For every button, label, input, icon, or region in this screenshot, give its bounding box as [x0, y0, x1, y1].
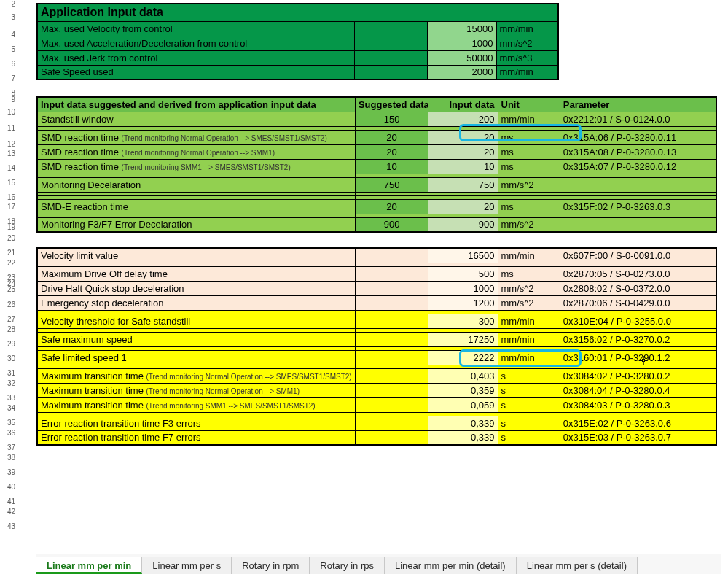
smd3-inp[interactable]: 10: [428, 159, 498, 174]
monf3f7-sug: 900: [355, 217, 428, 232]
monf3f7-par: [560, 217, 716, 232]
app-jerk-value[interactable]: 50000: [427, 50, 496, 65]
application-input-title: Application Input data: [37, 4, 558, 21]
standstill-unit: mm/min: [498, 112, 560, 126]
monf3f7-inp[interactable]: 900: [428, 217, 498, 232]
mondecel-unit: mm/s^2: [498, 177, 560, 192]
app-velocity-value[interactable]: 15000: [427, 21, 496, 36]
cursor-icon: [638, 355, 649, 365]
mondecel-inp[interactable]: 750: [428, 177, 498, 192]
app-safespeed-label: Safe Speed used: [37, 65, 354, 79]
app-safespeed-unit: mm/min: [496, 65, 558, 79]
errf3-val[interactable]: 0,339: [428, 416, 498, 430]
safemax-unit: mm/min: [498, 332, 560, 346]
tab-rotary-rpm[interactable]: Rotary in rpm: [232, 557, 310, 574]
app-velocity-unit: mm/min: [496, 21, 558, 36]
smd2-inp[interactable]: 20: [428, 144, 498, 159]
errf7-label: Error reaction transition time F7 errors: [37, 430, 355, 445]
smd3-label: SMD reaction time (Trend monitoring SMM1…: [37, 159, 355, 174]
errf3-label: Error reaction transition time F3 errors: [37, 416, 355, 430]
derived-header-title: Input data suggested and derived from ap…: [37, 97, 355, 112]
smd1-inp[interactable]: 20: [428, 130, 498, 144]
smd1-sug: 20: [355, 130, 428, 144]
vellimit-val[interactable]: 16500: [428, 248, 498, 263]
smd2-label: SMD reaction time (Trend monitoring Norm…: [37, 144, 355, 159]
errf7-val[interactable]: 0,339: [428, 430, 498, 445]
maxoff-par: 0x2870:05 / S-0-0273.0.0: [560, 266, 716, 281]
maxoff-unit: ms: [498, 266, 560, 281]
smd2-unit: ms: [498, 144, 560, 159]
tab-linear-mm-per-min[interactable]: Linear mm per min: [36, 557, 142, 574]
mtt1-label: Maximum transition time (Trend monitorin…: [37, 368, 355, 383]
application-input-table: Application Input data Max. used Velocit…: [36, 3, 559, 80]
vellimit-label: Velocity limit value: [37, 248, 355, 263]
smd3-sug: 10: [355, 159, 428, 174]
safemax-label: Safe maximum speed: [37, 332, 355, 346]
mondecel-par: [560, 177, 716, 192]
tab-linear-mm-per-min-detail[interactable]: Linear mm per min (detail): [385, 557, 517, 574]
derived-header-unit: Unit: [498, 97, 560, 112]
velthresh-val[interactable]: 300: [428, 314, 498, 328]
mtt3-unit: s: [498, 397, 560, 412]
smde-inp[interactable]: 20: [428, 199, 498, 214]
svg-rect-0: [642, 359, 644, 361]
smde-label: SMD-E reaction time: [37, 199, 355, 214]
velthresh-label: Velocity threshold for Safe standstill: [37, 314, 355, 328]
app-accel-value[interactable]: 1000: [427, 36, 496, 50]
haltqs-val[interactable]: 1000: [428, 281, 498, 295]
maxoff-label: Maximum Drive Off delay time: [37, 266, 355, 281]
vellimit-par: 0x607F:00 / S-0-0091.0.0: [560, 248, 716, 263]
errf3-unit: s: [498, 416, 560, 430]
mtt2-unit: s: [498, 383, 560, 397]
app-safespeed-value[interactable]: 2000: [427, 65, 496, 79]
velthresh-par: 0x310E:04 / P-0-3255.0.0: [560, 314, 716, 328]
mtt3-label: Maximum transition time (Trend monitorin…: [37, 397, 355, 412]
haltqs-par: 0x2808:02 / S-0-0372.0.0: [560, 281, 716, 295]
mtt1-val[interactable]: 0,403: [428, 368, 498, 383]
standstill-inp[interactable]: 200: [428, 112, 498, 126]
app-velocity-label: Max. used Velocity from control: [37, 21, 354, 36]
errf7-unit: s: [498, 430, 560, 445]
smde-sug: 20: [355, 199, 428, 214]
mondecel-sug: 750: [355, 177, 428, 192]
app-jerk-label: Max. used Jerk from control: [37, 50, 354, 65]
smd3-unit: ms: [498, 159, 560, 174]
errf3-par: 0x315E:02 / P-0-3263.0.6: [560, 416, 716, 430]
smd1-unit: ms: [498, 130, 560, 144]
mtt2-val[interactable]: 0,359: [428, 383, 498, 397]
spreadsheet-viewport: 2 3 4 5 6 7 8 9 10 11 12 13 14 15 16 17 …: [0, 0, 728, 574]
sheet-tabs: Linear mm per min Linear mm per s Rotary…: [36, 554, 721, 574]
tab-rotary-rps[interactable]: Rotary in rps: [310, 557, 385, 574]
mtt3-val[interactable]: 0,059: [428, 397, 498, 412]
derived-header-inp: Input data: [428, 97, 498, 112]
monf3f7-unit: mm/s^2: [498, 217, 560, 232]
standstill-sug: 150: [355, 112, 428, 126]
emstop-val[interactable]: 1200: [428, 295, 498, 310]
mtt1-par: 0x3084:02 / P-0-3280.0.2: [560, 368, 716, 383]
safemax-val[interactable]: 17250: [428, 332, 498, 346]
mondecel-label: Monitoring Decelaration: [37, 177, 355, 192]
smde-unit: ms: [498, 199, 560, 214]
mtt2-label: Maximum transition time (Trend monitorin…: [37, 383, 355, 397]
derived-table: Input data suggested and derived from ap…: [36, 96, 717, 446]
sheet-content: Application Input data Max. used Velocit…: [36, 3, 717, 446]
derived-header-par: Parameter: [560, 97, 716, 112]
tab-linear-mm-per-s-detail[interactable]: Linear mm per s (detail): [517, 557, 638, 574]
safelim1-label: Safe limited speed 1: [37, 350, 355, 365]
smde-par: 0x315F:02 / P-0-3263.0.3: [560, 199, 716, 214]
mtt1-unit: s: [498, 368, 560, 383]
row-number-gutter: 2 3 4 5 6 7 8 9 10 11 12 13 14 15 16 17 …: [0, 0, 17, 574]
standstill-label: Standstill window: [37, 112, 355, 126]
smd2-par: 0x315A:08 / P-0-3280.0.13: [560, 144, 716, 159]
smd3-par: 0x315A:07 / P-0-3280.0.12: [560, 159, 716, 174]
haltqs-label: Drive Halt Quick stop deceleration: [37, 281, 355, 295]
velthresh-unit: mm/min: [498, 314, 560, 328]
safelim1-val[interactable]: 2222: [428, 350, 498, 365]
emstop-unit: mm/s^2: [498, 295, 560, 310]
maxoff-val[interactable]: 500: [428, 266, 498, 281]
app-accel-unit: mm/s^2: [496, 36, 558, 50]
monf3f7-label: Monitoring F3/F7 Error Decelaration: [37, 217, 355, 232]
tab-linear-mm-per-s[interactable]: Linear mm per s: [142, 557, 232, 574]
mtt2-par: 0x3084:04 / P-0-3280.0.4: [560, 383, 716, 397]
vellimit-unit: mm/min: [498, 248, 560, 263]
